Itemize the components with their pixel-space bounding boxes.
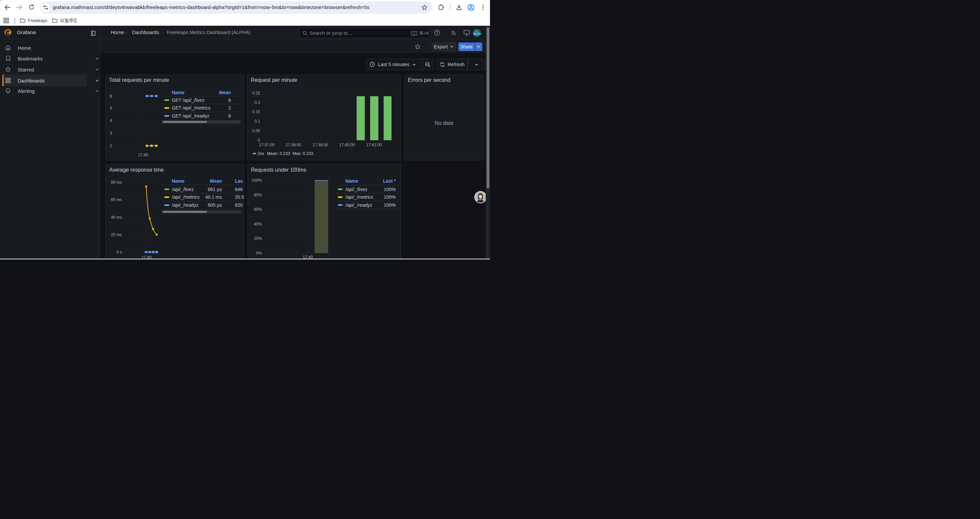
svg-text:100%: 100% (383, 186, 396, 192)
svg-text:20 ms: 20 ms (111, 232, 122, 237)
svg-text:60 ms: 60 ms (111, 197, 122, 202)
svg-text:0%: 0% (256, 251, 262, 256)
svg-text:20%: 20% (253, 236, 261, 241)
svg-text:17:40:00: 17:40:00 (339, 143, 355, 147)
svg-text:/api/_/livez: /api/_/livez (172, 186, 194, 192)
svg-text:100%: 100% (383, 202, 396, 208)
svg-text:GET /api/_/livez: GET /api/_/livez (172, 97, 205, 103)
svg-text:2: 2 (110, 144, 112, 148)
svg-text:/api/_/readyz: /api/_/readyz (172, 203, 199, 208)
svg-text:100%: 100% (251, 178, 262, 183)
svg-text:60%: 60% (253, 207, 261, 212)
svg-text:40.1 ms: 40.1 ms (205, 194, 222, 200)
svg-text:0.15: 0.15 (252, 110, 260, 114)
svg-text:0.2: 0.2 (255, 100, 260, 105)
svg-text:605 µs: 605 µs (208, 203, 222, 208)
svg-text:0 s: 0 s (116, 250, 122, 254)
svg-text:20.5 r: 20.5 r (235, 194, 244, 200)
svg-text:Mean: 0.233: Mean: 0.233 (267, 151, 290, 156)
svg-text:6: 6 (229, 113, 231, 118)
svg-text:40%: 40% (253, 222, 261, 227)
svg-text:0.05: 0.05 (252, 129, 260, 133)
svg-text:17:38:00: 17:38:00 (286, 143, 301, 147)
svg-text:0: 0 (258, 138, 260, 143)
svg-text:0.25: 0.25 (252, 91, 260, 96)
svg-text:646: 646 (235, 186, 243, 192)
svg-text:4: 4 (110, 118, 112, 123)
svg-text:Mean: Mean (219, 90, 231, 95)
svg-text:Name: Name (345, 178, 358, 184)
svg-text:3: 3 (110, 131, 112, 136)
svg-text:2xx: 2xx (258, 151, 264, 156)
svg-text:/api/_/readyz: /api/_/readyz (345, 202, 372, 208)
svg-text:661 µs: 661 µs (208, 186, 222, 192)
svg-text:5: 5 (110, 106, 112, 110)
svg-text:80 ms: 80 ms (111, 180, 122, 185)
svg-text:Name: Name (172, 90, 185, 95)
svg-text:17:37:00: 17:37:00 (259, 143, 275, 147)
svg-text:/api/_/metrics: /api/_/metrics (172, 194, 199, 200)
svg-text:6: 6 (110, 94, 112, 99)
svg-text:Last *: Last * (383, 178, 396, 184)
svg-text:17:39:00: 17:39:00 (313, 143, 328, 147)
svg-text:17:41:00: 17:41:00 (366, 143, 382, 147)
svg-text:Name: Name (172, 178, 185, 184)
svg-text:17:40: 17:40 (138, 153, 148, 157)
svg-text:40 ms: 40 ms (111, 215, 122, 219)
svg-text:0.1: 0.1 (255, 119, 260, 124)
svg-text:100%: 100% (383, 194, 396, 200)
svg-text:GET /api/_/metrics: GET /api/_/metrics (172, 105, 210, 110)
svg-text:Max: 0.233: Max: 0.233 (293, 151, 313, 156)
svg-text:6: 6 (229, 97, 231, 103)
svg-text:Las: Las (235, 178, 243, 184)
svg-text:Mean: Mean (210, 178, 222, 184)
svg-text:80%: 80% (253, 193, 261, 197)
svg-text:GET /api/_/readyz: GET /api/_/readyz (172, 113, 210, 118)
svg-text:2: 2 (229, 105, 231, 110)
svg-text:/api/_/metrics: /api/_/metrics (345, 194, 373, 200)
svg-text:/api/_/livez: /api/_/livez (345, 186, 367, 192)
svg-text:620: 620 (235, 203, 243, 208)
